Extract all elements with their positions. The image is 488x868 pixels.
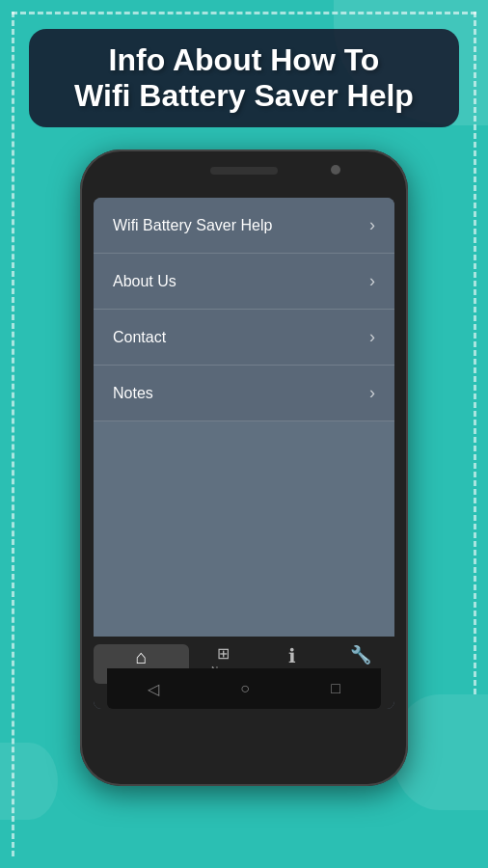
phone-screen: Wifi Battery Saver Help › About Us › Con… <box>94 198 394 709</box>
chevron-icon-contact: › <box>369 327 375 347</box>
bg-decoration-3 <box>0 743 58 820</box>
menu-item-about-us[interactable]: About Us › <box>94 254 394 310</box>
background: Info About How To Wifi Battery Saver Hel… <box>0 0 488 868</box>
menu-item-contact-label: Contact <box>113 329 166 346</box>
title-box: Info About How To Wifi Battery Saver Hel… <box>29 29 459 127</box>
phone-body: Wifi Battery Saver Help › About Us › Con… <box>80 149 408 786</box>
phone-mockup: Wifi Battery Saver Help › About Us › Con… <box>80 149 408 786</box>
chevron-icon-wifi: › <box>369 215 375 235</box>
android-back-button[interactable]: ◁ <box>148 680 159 698</box>
wrench-icon: 🔧 <box>350 644 371 665</box>
phone-speaker <box>210 167 278 175</box>
menu-item-notes[interactable]: Notes › <box>94 366 394 421</box>
home-icon: ⌂ <box>135 646 147 668</box>
menu-item-wifi-help-label: Wifi Battery Saver Help <box>113 217 272 234</box>
page-title: Info About How To Wifi Battery Saver Hel… <box>48 42 440 114</box>
dashed-border-top <box>12 12 476 14</box>
android-nav-bar: ◁ ○ □ <box>107 668 381 709</box>
chevron-icon-notes: › <box>369 383 375 403</box>
chevron-icon-about: › <box>369 271 375 291</box>
menu-item-notes-label: Notes <box>113 385 153 402</box>
menu-list: Wifi Battery Saver Help › About Us › Con… <box>94 198 394 421</box>
android-home-button[interactable]: ○ <box>240 680 250 697</box>
phone-camera <box>331 165 340 175</box>
dashed-border-left <box>12 12 14 856</box>
menu-item-about-us-label: About Us <box>113 273 176 290</box>
title-area: Info About How To Wifi Battery Saver Hel… <box>0 29 488 127</box>
title-line2: Wifi Battery Saver Help <box>74 78 414 113</box>
menu-item-wifi-help[interactable]: Wifi Battery Saver Help › <box>94 198 394 254</box>
menu-item-contact[interactable]: Contact › <box>94 310 394 366</box>
news-icon: ⊞ <box>217 644 230 663</box>
title-line1: Info About How To <box>109 42 380 77</box>
android-recent-button[interactable]: □ <box>331 680 340 697</box>
info-icon: ℹ <box>288 644 296 667</box>
